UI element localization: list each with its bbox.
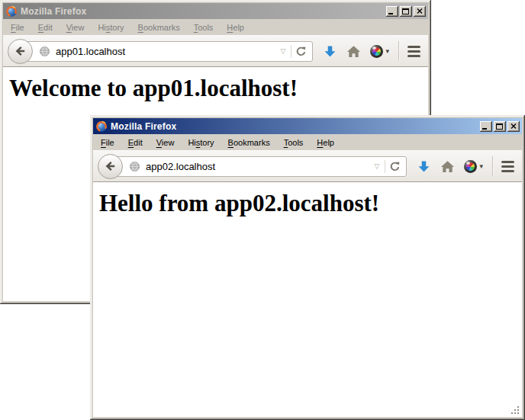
page-heading: Welcome to app01.localhost!: [9, 75, 428, 102]
close-icon: [511, 123, 517, 129]
firefox-window-app02: Mozilla Firefox FileEditViewHistoryBookm…: [90, 115, 525, 420]
back-arrow-icon: [14, 45, 27, 57]
menu-item-view[interactable]: View: [60, 21, 92, 34]
back-arrow-icon: [105, 160, 117, 172]
menu-item-history[interactable]: History: [91, 21, 130, 34]
close-button[interactable]: [507, 121, 520, 132]
menu-item-help[interactable]: Help: [310, 136, 341, 149]
titlebar[interactable]: Mozilla Firefox: [3, 3, 428, 19]
home-icon: [346, 45, 361, 58]
close-icon: [417, 8, 423, 14]
close-button[interactable]: [414, 6, 426, 17]
menu-item-tools[interactable]: Tools: [277, 136, 311, 149]
firefox-logo-icon: [5, 5, 18, 18]
globe-site-icon: [39, 46, 50, 57]
menu-item-edit[interactable]: Edit: [31, 21, 60, 34]
download-arrow-icon: [324, 45, 337, 58]
home-icon: [440, 160, 455, 173]
url-text[interactable]: app01.localhost: [56, 46, 277, 57]
menu-hamburger-button[interactable]: [501, 161, 514, 172]
urlbar-dropdown-icon[interactable]: ▽: [371, 162, 384, 170]
chevron-down-icon: ▾: [479, 162, 483, 170]
home-button[interactable]: [440, 160, 455, 173]
navigation-toolbar: app02.localhost ▽ ▾: [93, 150, 522, 182]
maximize-button[interactable]: [400, 6, 412, 17]
menu-hamburger-button[interactable]: [407, 46, 420, 57]
page-content: Hello from app02.localhost!: [93, 182, 522, 417]
window-controls: [480, 121, 520, 132]
menu-item-file[interactable]: File: [4, 21, 31, 34]
url-bar[interactable]: app02.localhost ▽: [110, 156, 407, 177]
color-wheel-icon: [370, 45, 383, 58]
resize-grip[interactable]: [511, 406, 520, 415]
page-heading: Hello from app02.localhost!: [99, 190, 522, 217]
window-title: Mozilla Firefox: [21, 6, 383, 17]
menu-bar: FileEditViewHistoryBookmarksToolsHelp: [93, 134, 522, 150]
url-bar[interactable]: app01.localhost ▽: [20, 41, 313, 62]
chevron-down-icon: ▾: [385, 47, 389, 55]
reload-button[interactable]: [387, 161, 403, 172]
colorwheel-extension-button[interactable]: ▾: [464, 160, 483, 173]
menu-item-view[interactable]: View: [150, 136, 182, 149]
menu-item-history[interactable]: History: [181, 136, 221, 149]
navigation-toolbar: app01.localhost ▽ ▾: [3, 35, 428, 67]
urlbar-separator: [291, 45, 291, 58]
globe-site-icon: [129, 161, 140, 172]
toolbar-separator: [492, 156, 493, 176]
colorwheel-extension-button[interactable]: ▾: [370, 45, 389, 58]
minimize-icon: [388, 13, 393, 14]
download-arrow-icon: [417, 160, 430, 173]
maximize-icon: [402, 8, 409, 14]
menu-item-bookmarks[interactable]: Bookmarks: [221, 136, 277, 149]
window-controls: [386, 6, 426, 17]
home-button[interactable]: [346, 45, 361, 58]
back-button[interactable]: [98, 154, 123, 179]
reload-icon: [389, 161, 401, 172]
minimize-button[interactable]: [386, 6, 398, 17]
minimize-icon: [482, 128, 487, 130]
menu-bar: FileEditViewHistoryBookmarksToolsHelp: [3, 19, 428, 35]
reload-icon: [295, 46, 307, 57]
hamburger-icon: [407, 46, 420, 48]
menu-item-edit[interactable]: Edit: [121, 136, 150, 149]
menu-item-tools[interactable]: Tools: [187, 21, 221, 34]
url-text[interactable]: app02.localhost: [146, 161, 371, 172]
menu-item-help[interactable]: Help: [220, 21, 251, 34]
download-button[interactable]: [324, 45, 337, 58]
firefox-logo-icon: [95, 120, 108, 133]
urlbar-separator: [385, 160, 385, 173]
window-title: Mozilla Firefox: [111, 121, 477, 132]
download-button[interactable]: [417, 160, 430, 173]
menu-item-bookmarks[interactable]: Bookmarks: [131, 21, 187, 34]
color-wheel-icon: [464, 160, 477, 173]
minimize-button[interactable]: [480, 121, 492, 132]
back-button[interactable]: [8, 39, 33, 64]
hamburger-icon: [501, 161, 514, 163]
reload-button[interactable]: [293, 46, 309, 57]
maximize-button[interactable]: [494, 121, 506, 132]
toolbar-separator: [398, 41, 399, 61]
maximize-icon: [496, 123, 503, 130]
urlbar-dropdown-icon[interactable]: ▽: [277, 47, 290, 55]
resize-grip-dots: [511, 406, 513, 408]
menu-item-file[interactable]: File: [94, 136, 121, 149]
titlebar[interactable]: Mozilla Firefox: [93, 118, 522, 134]
